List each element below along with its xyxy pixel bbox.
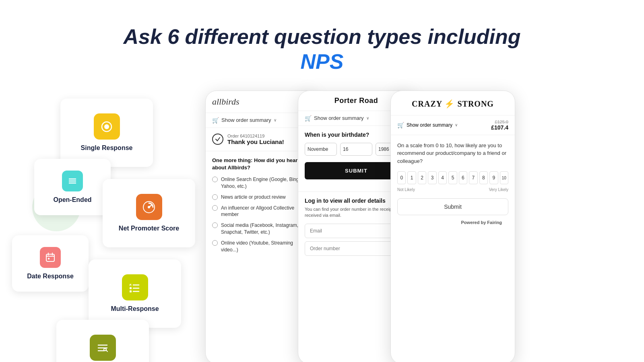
crazy-submit-button[interactable]: Submit: [397, 198, 508, 215]
nps-0[interactable]: 0: [397, 171, 406, 184]
crazy-nps-question: On a scale from 0 to 10, how likely are …: [397, 142, 508, 165]
day-select[interactable]: 16: [340, 143, 372, 156]
crazy-logo-left: CRAZY: [412, 99, 442, 108]
svg-point-1: [104, 124, 109, 129]
crazy-price-area: £125.0 £107.4: [491, 119, 508, 131]
nps-label-high: Very Likely: [489, 187, 508, 192]
question-type-single-response: Single Response: [60, 99, 153, 167]
nps-6[interactable]: 6: [459, 171, 467, 184]
nps-8[interactable]: 8: [479, 171, 488, 184]
nps-2[interactable]: 2: [418, 171, 426, 184]
nps-1[interactable]: 1: [407, 171, 416, 184]
question-type-multi-response: Multi-Response: [89, 259, 181, 328]
allbirds-option-1: Online Search Engine (Google, Bing, Yaho…: [212, 176, 311, 190]
content-area: Single Response Open-Ended: [0, 90, 644, 352]
allbirds-option-2: News article or product review: [212, 194, 311, 201]
powered-by: Powered by Fairing: [397, 220, 508, 225]
lightning-icon: ⚡: [444, 99, 455, 108]
question-type-open-ended: Open-Ended: [34, 159, 111, 215]
nps-icon: [136, 194, 162, 220]
crazy-nps-scale[interactable]: 0 1 2 3 4 5 6 7 8 9 10: [397, 171, 508, 184]
svg-rect-8: [46, 254, 54, 261]
crazy-original-price: £125.0: [491, 119, 508, 124]
cart-icon: 🛒: [212, 117, 219, 123]
allbirds-order-number: Order 6410124119: [227, 134, 284, 138]
auto-suggest-icon: [90, 335, 116, 361]
nps-3[interactable]: 3: [428, 171, 436, 184]
phone-crazy-strong: CRAZY ⚡ STRONG 🛒 Show order summary ∨ £1…: [390, 90, 515, 362]
crazy-logo-right: STRONG: [457, 99, 493, 108]
question-type-auto-suggest: Auto Suggest: [56, 320, 149, 362]
radio-icon-1: [212, 177, 218, 182]
chevron-icon: ∨: [274, 118, 277, 122]
cart-icon-porter: 🛒: [305, 115, 312, 121]
chevron-icon-crazy: ∨: [455, 123, 458, 127]
powered-by-brand: Fairing: [487, 220, 502, 225]
crazy-strong-logo: CRAZY ⚡ STRONG: [412, 99, 494, 109]
phones-area: allbirds 🛒 Show order summary ∨ $20 Orde…: [201, 90, 644, 352]
svg-point-23: [104, 348, 106, 351]
svg-rect-14: [130, 287, 132, 289]
nps-7[interactable]: 7: [469, 171, 477, 184]
single-response-label: Single Response: [81, 144, 133, 152]
nps-scale-labels: Not Likely Very Likely: [397, 187, 508, 192]
month-select[interactable]: Novembe: [305, 143, 337, 156]
powered-by-prefix: Powered by: [461, 220, 487, 225]
check-circle-icon: [212, 134, 223, 145]
single-response-icon: [94, 113, 120, 140]
nps-5[interactable]: 5: [448, 171, 457, 184]
date-response-label: Date Response: [27, 273, 74, 280]
crazy-strong-logo-area: CRAZY ⚡ STRONG: [391, 91, 515, 115]
crazy-nps-section: On a scale from 0 to 10, how likely are …: [391, 135, 515, 232]
allbirds-order-summary-label: Show order summary: [221, 117, 271, 123]
radio-icon-3: [212, 205, 218, 211]
allbirds-option-3: An influencer or Allgood Collective memb…: [212, 205, 311, 218]
allbirds-option-4: Social media (Facebook, Instagram, Snapc…: [212, 222, 311, 236]
allbirds-logo: allbirds: [212, 97, 311, 107]
header-line1: Ask 6 different question types including: [123, 25, 520, 48]
svg-line-7: [149, 205, 152, 207]
nps-label: Net Promoter Score: [119, 225, 179, 232]
svg-rect-12: [48, 258, 50, 259]
radio-icon-5: [212, 240, 218, 246]
radio-icon-2: [212, 194, 218, 200]
header: Ask 6 different question types including…: [0, 0, 644, 90]
open-ended-label: Open-Ended: [53, 196, 91, 204]
porter-order-summary-label: Show order summary: [314, 115, 364, 121]
multi-response-icon: [122, 274, 148, 300]
allbirds-thank-you: Thank you Luciana!: [227, 138, 284, 145]
crazy-current-price: £107.4: [491, 124, 508, 131]
crazy-order-summary-label: Show order summary: [407, 122, 452, 128]
svg-rect-15: [130, 290, 132, 292]
nps-9[interactable]: 9: [489, 171, 498, 184]
open-ended-icon: [62, 171, 83, 191]
question-type-date-response: Date Response: [12, 235, 89, 292]
crazy-order-summary-bar: 🛒 Show order summary ∨ £125.0 £107.4: [391, 115, 515, 135]
header-nps: NPS: [301, 50, 344, 73]
cart-icon-crazy: 🛒: [397, 122, 404, 128]
question-type-nps: Net Promoter Score: [103, 179, 195, 247]
multi-response-label: Multi-Response: [111, 305, 159, 313]
nps-10[interactable]: 10: [500, 171, 508, 184]
chevron-icon-porter: ∨: [366, 116, 369, 120]
allbirds-question: One more thing: How did you hear about A…: [212, 157, 311, 171]
nps-4[interactable]: 4: [438, 171, 447, 184]
radio-icon-4: [212, 222, 218, 228]
allbirds-option-5: Online video (Youtube, Streaming video..…: [212, 240, 311, 253]
question-types-panel: Single Response Open-Ended: [0, 90, 201, 352]
nps-label-low: Not Likely: [397, 187, 415, 192]
date-response-icon: [40, 247, 61, 268]
